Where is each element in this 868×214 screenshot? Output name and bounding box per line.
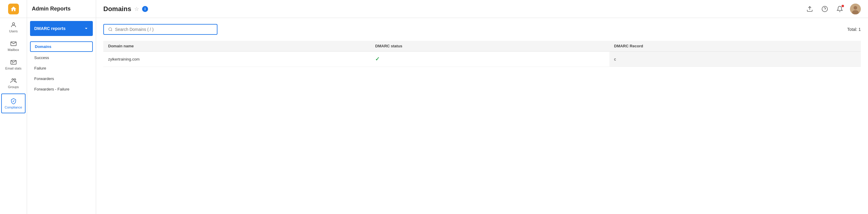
sidebar-icons: Users Mailbox Email stats Groups Complia… [0,0,27,214]
sidebar-item-mailbox-label: Mailbox [8,48,19,51]
table-header-row: Domain name DMARC status DMARC Record [103,41,861,51]
main-content: Domains ☆ i [96,0,868,214]
menu-item-forwarders-failure[interactable]: Forwarders - Failure [27,84,96,95]
sidebar-item-compliance-label: Compliance [4,106,22,109]
svg-point-11 [109,28,112,31]
help-icon[interactable] [820,4,830,14]
sidebar-item-users-label: Users [9,29,18,33]
menu-item-domains-label: Domains [35,44,51,49]
menu-item-failure-label: Failure [34,66,46,70]
svg-point-3 [12,79,13,81]
menu-item-success-label: Success [34,56,49,60]
sidebar-item-users[interactable]: Users [0,18,27,37]
app-logo[interactable] [0,0,27,18]
chevron-down-icon [84,26,89,31]
search-row: Total: 1 [103,24,861,35]
menu-item-success[interactable]: Success [27,52,96,63]
cell-dmarc-status: ✓ [370,51,609,67]
top-bar-left: Domains ☆ i [103,5,148,13]
menu-item-forwarders-label: Forwarders [34,76,54,81]
notifications-icon[interactable] [835,4,844,14]
avatar[interactable] [850,4,861,14]
menu-item-domains[interactable]: Domains [30,41,93,52]
search-icon [108,27,113,32]
sidebar-item-groups[interactable]: Groups [0,74,27,92]
page-title: Domains [103,5,131,13]
search-box[interactable] [103,24,217,35]
sidebar-item-email-stats[interactable]: Email stats [0,55,27,74]
cell-domain-name: zylkertraining.com [103,51,370,67]
col-dmarc-record: DMARC Record [610,41,861,51]
notification-badge [842,5,844,7]
table-row[interactable]: zylkertraining.com ✓ c [103,51,861,67]
dmarc-reports-menu-button[interactable]: DMARC reports [30,21,93,36]
sidebar-item-email-stats-label: Email stats [5,67,22,70]
content-area: Total: 1 Domain name DMARC status DMARC … [96,18,868,214]
svg-point-0 [12,23,14,25]
svg-point-6 [822,6,828,11]
dmarc-reports-label: DMARC reports [34,26,65,31]
menu-item-forwarders-failure-label: Forwarders - Failure [34,87,69,92]
app-title-text: Admin Reports [32,6,70,12]
top-bar-icons [805,4,861,14]
menu-items-list: Domains Success Failure Forwarders Forwa… [27,39,96,96]
upload-icon[interactable] [805,4,814,14]
data-table: Domain name DMARC status DMARC Record zy… [103,41,861,67]
star-icon[interactable]: ☆ [134,6,139,12]
menu-item-forwarders[interactable]: Forwarders [27,73,96,84]
cell-dmarc-record: c [610,51,861,67]
sidebar-menu: Admin Reports DMARC reports Domains Succ… [27,0,96,214]
col-domain-name: Domain name [103,41,370,51]
col-dmarc-status: DMARC status [370,41,609,51]
search-input[interactable] [115,27,213,32]
sidebar-item-mailbox[interactable]: Mailbox [0,37,27,55]
info-icon[interactable]: i [142,6,148,12]
svg-point-4 [14,79,16,81]
sidebar-item-compliance[interactable]: Compliance [1,94,26,113]
menu-item-failure[interactable]: Failure [27,63,96,73]
app-title-header: Admin Reports [27,0,96,18]
total-label: Total: 1 [847,27,861,32]
top-bar: Domains ☆ i [96,0,868,18]
home-icon [8,4,19,14]
svg-point-9 [854,6,857,10]
sidebar-item-groups-label: Groups [8,85,19,89]
check-icon: ✓ [375,56,380,62]
